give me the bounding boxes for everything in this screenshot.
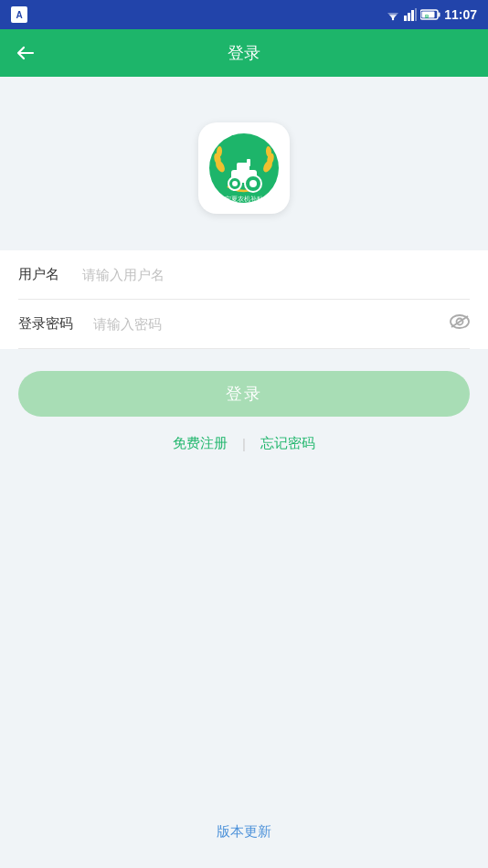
app-logo: 宁夏农机补贴 bbox=[198, 122, 290, 214]
svg-text:宁夏农机补贴: 宁夏农机补贴 bbox=[225, 196, 263, 202]
username-input[interactable] bbox=[73, 267, 470, 282]
version-area: 版本更新 bbox=[0, 823, 488, 841]
status-time: 11:07 bbox=[444, 7, 477, 22]
status-bar: A B 11:07 bbox=[0, 0, 488, 29]
password-label: 登录密码 bbox=[18, 315, 84, 333]
app-bar: 登录 bbox=[0, 29, 488, 77]
svg-rect-6 bbox=[411, 10, 414, 21]
register-link[interactable]: 免费注册 bbox=[158, 435, 242, 452]
links-area: 免费注册 | 忘记密码 bbox=[0, 435, 488, 452]
username-row: 用户名 bbox=[18, 250, 470, 300]
status-bar-left: A bbox=[11, 6, 27, 23]
logo-svg: 宁夏农机补贴 bbox=[207, 132, 281, 205]
back-button[interactable] bbox=[15, 42, 37, 64]
version-update-link[interactable]: 版本更新 bbox=[217, 823, 271, 841]
status-bar-right: B 11:07 bbox=[386, 7, 477, 22]
svg-point-22 bbox=[232, 181, 238, 186]
username-label: 用户名 bbox=[18, 266, 73, 283]
login-button[interactable]: 登录 bbox=[18, 371, 470, 417]
password-input[interactable] bbox=[84, 316, 450, 332]
svg-rect-25 bbox=[247, 159, 250, 166]
svg-rect-7 bbox=[415, 8, 417, 21]
logo-area: 宁夏农机补贴 bbox=[0, 122, 488, 214]
login-btn-area: 登录 bbox=[0, 349, 488, 417]
password-toggle-icon[interactable] bbox=[450, 314, 470, 333]
signal-icon bbox=[404, 8, 417, 21]
page-title: 登录 bbox=[228, 42, 260, 64]
battery-icon: B bbox=[420, 9, 440, 20]
login-form: 用户名 登录密码 bbox=[0, 250, 488, 349]
back-arrow-icon bbox=[15, 42, 37, 64]
svg-text:B: B bbox=[425, 14, 430, 19]
svg-point-24 bbox=[249, 180, 257, 187]
svg-rect-5 bbox=[408, 13, 410, 21]
svg-point-3 bbox=[392, 18, 394, 20]
app-status-icon: A bbox=[11, 6, 27, 23]
password-row: 登录密码 bbox=[18, 300, 470, 349]
forgot-password-link[interactable]: 忘记密码 bbox=[246, 435, 330, 452]
svg-rect-9 bbox=[439, 13, 440, 17]
svg-rect-4 bbox=[404, 16, 407, 21]
wifi-icon bbox=[386, 8, 400, 21]
